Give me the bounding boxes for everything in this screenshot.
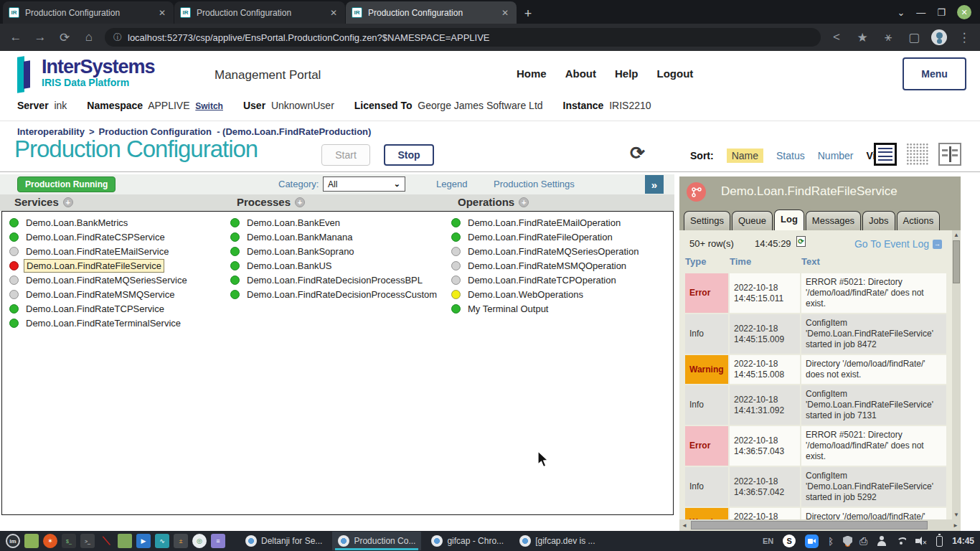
skype-tray-icon[interactable]: S xyxy=(783,534,796,547)
browser-menu-icon[interactable]: ⋮ xyxy=(956,30,973,45)
add-operation-icon[interactable]: + xyxy=(519,197,529,207)
tab-jobs[interactable]: Jobs xyxy=(862,211,895,230)
window-restore-button[interactable]: ❐ xyxy=(937,7,946,18)
clock[interactable]: 14:45 xyxy=(952,536,974,546)
battery-icon[interactable] xyxy=(936,536,943,547)
firewall-shield-icon[interactable] xyxy=(843,536,850,547)
tab-close-icon[interactable]: ✕ xyxy=(499,8,511,18)
process-item[interactable]: Demo.Loan.BankSoprano xyxy=(230,244,439,258)
start-button[interactable]: Start xyxy=(321,144,370,166)
share-icon[interactable]: < xyxy=(828,30,845,44)
volume-muted-icon[interactable]: ✕ xyxy=(915,537,927,545)
category-select[interactable]: All ⌄ xyxy=(323,176,405,192)
tab-messages[interactable]: Messages xyxy=(806,211,861,230)
service-item[interactable]: Demo.Loan.BankMetrics xyxy=(9,215,189,230)
calculator-icon[interactable]: ± xyxy=(174,534,188,548)
nav-home-link[interactable]: Home xyxy=(517,67,547,80)
site-info-icon[interactable]: ⓘ xyxy=(113,32,122,44)
mint-menu-icon[interactable]: lm xyxy=(6,534,20,548)
media-player-icon[interactable]: ▶ xyxy=(136,534,151,548)
tab-search-chevron-icon[interactable]: ⌄ xyxy=(897,7,905,18)
process-item[interactable]: Demo.Loan.BankUS xyxy=(230,258,439,273)
nav-about-link[interactable]: About xyxy=(565,67,596,80)
legend-link[interactable]: Legend xyxy=(436,179,467,189)
network-wifi-icon[interactable] xyxy=(896,537,906,545)
scroll-left-icon[interactable]: ◄ xyxy=(679,522,689,529)
process-item[interactable]: Demo.Loan.BankManana xyxy=(230,230,439,244)
menu-button[interactable]: Menu xyxy=(903,57,966,90)
tab-close-icon[interactable]: ✕ xyxy=(328,8,339,18)
browser-tab-active[interactable]: IR Production Configuration ✕ xyxy=(346,1,517,24)
horizontal-scroll-thumb[interactable] xyxy=(691,521,928,529)
printer-icon[interactable]: ⎙ xyxy=(859,535,867,547)
log-vertical-scrollbar[interactable]: ▲ ▼ xyxy=(952,230,961,519)
media-app-icon[interactable]: ✶ xyxy=(43,534,57,548)
new-tab-button[interactable]: + xyxy=(517,4,539,24)
browser-tab[interactable]: IR Production Configuration ✕ xyxy=(174,1,345,24)
process-item[interactable]: Demo.Loan.BankEven xyxy=(230,215,439,230)
tab-log[interactable]: Log xyxy=(774,209,804,230)
files-icon[interactable] xyxy=(118,534,132,548)
taskbar-window-gifcap-dev[interactable]: [gifcap.dev is ... xyxy=(514,532,600,550)
reload-icon[interactable]: ⟳ xyxy=(56,30,73,45)
sort-by-number[interactable]: Number xyxy=(818,150,854,161)
process-item[interactable]: Demo.Loan.FindRateDecisionProcessCustom xyxy=(230,287,439,301)
log-horizontal-scrollbar[interactable]: ◄ ► xyxy=(679,519,961,531)
production-settings-link[interactable]: Production Settings xyxy=(494,179,575,189)
operation-item[interactable]: My Terminal Output xyxy=(451,301,641,316)
taskbar-window-gifcap[interactable]: gifcap - Chro... xyxy=(425,532,509,550)
extensions-icon[interactable]: ⚹ xyxy=(880,30,897,44)
grid-view-button[interactable] xyxy=(906,143,929,166)
waveform-app-icon[interactable]: ∿ xyxy=(155,534,169,548)
go-to-event-log-link[interactable]: Go To Event Log→ xyxy=(854,238,942,250)
sort-by-name[interactable]: Name xyxy=(727,149,763,163)
service-item[interactable]: Demo.Loan.FindRateMSMQService xyxy=(9,287,189,301)
scroll-right-icon[interactable]: ► xyxy=(951,522,961,529)
scroll-up-icon[interactable]: ▲ xyxy=(952,232,961,238)
service-item[interactable]: Demo.Loan.FindRateCSPService xyxy=(9,230,189,244)
navigator-app-icon[interactable]: ◎ xyxy=(192,534,207,548)
add-process-icon[interactable]: + xyxy=(295,197,305,207)
refresh-icon[interactable]: ⟳ xyxy=(630,143,645,164)
vertical-scroll-thumb[interactable] xyxy=(953,240,960,283)
nav-logout-link[interactable]: Logout xyxy=(657,67,694,80)
keyboard-layout-indicator[interactable]: EN xyxy=(763,537,773,545)
taskbar-window-production[interactable]: Production Co... xyxy=(332,532,421,550)
taskbar-window-deltanji[interactable]: Deltanji for Se... xyxy=(240,532,328,550)
split-view-button[interactable] xyxy=(938,143,961,166)
forward-icon[interactable]: → xyxy=(32,30,49,44)
operation-item[interactable]: Demo.Loan.FindRateFileOperation xyxy=(451,230,641,244)
operation-item[interactable]: Demo.Loan.FindRateMSMQOperation xyxy=(451,258,641,273)
service-item-selected[interactable]: Demo.Loan.FindRateFileService xyxy=(9,258,189,273)
expand-panel-button[interactable]: » xyxy=(645,175,664,194)
add-service-icon[interactable]: + xyxy=(63,197,73,207)
operation-item[interactable]: Demo.Loan.FindRateEMailOperation xyxy=(451,215,641,230)
browser-tab[interactable]: IR Production Configuration ✕ xyxy=(3,1,174,24)
window-close-button[interactable]: ✕ xyxy=(957,5,971,19)
user-accounts-icon[interactable] xyxy=(877,536,887,546)
address-bar[interactable]: ⓘ localhost:52773/csp/applive/EnsPortal.… xyxy=(105,28,821,47)
log-refresh-icon[interactable]: ⟳ xyxy=(796,236,806,247)
service-item[interactable]: Demo.Loan.FindRateTCPService xyxy=(9,301,189,316)
process-item[interactable]: Demo.Loan.FindRateDecisionProcessBPL xyxy=(230,273,439,287)
operation-item[interactable]: Demo.Loan.WebOperations xyxy=(451,287,641,301)
scroll-down-icon[interactable]: ▼ xyxy=(952,512,961,518)
operation-item[interactable]: Demo.Loan.FindRateMQSeriesOperation xyxy=(451,244,641,258)
notes-app-icon[interactable]: ≡ xyxy=(211,534,225,548)
service-item[interactable]: Demo.Loan.FindRateTerminalService xyxy=(9,316,189,330)
nav-help-link[interactable]: Help xyxy=(615,67,639,80)
service-item[interactable]: Demo.Loan.FindRateEMailService xyxy=(9,244,189,258)
sort-by-status[interactable]: Status xyxy=(776,150,805,161)
side-panel-icon[interactable]: ▢ xyxy=(905,30,923,45)
switch-namespace-link[interactable]: Switch xyxy=(195,101,223,111)
window-list-icon[interactable] xyxy=(24,534,39,548)
tab-actions[interactable]: Actions xyxy=(897,211,941,230)
window-minimize-button[interactable]: — xyxy=(916,7,925,18)
operation-item[interactable]: Demo.Loan.FindRateTCPOperation xyxy=(451,273,641,287)
tab-settings[interactable]: Settings xyxy=(684,211,730,230)
graphics-app-icon[interactable]: ⟍ xyxy=(99,534,113,548)
tab-close-icon[interactable]: ✕ xyxy=(156,8,168,18)
back-icon[interactable]: ← xyxy=(7,30,24,44)
bluetooth-icon[interactable]: ᛒ xyxy=(828,536,834,547)
tab-queue[interactable]: Queue xyxy=(732,211,773,230)
